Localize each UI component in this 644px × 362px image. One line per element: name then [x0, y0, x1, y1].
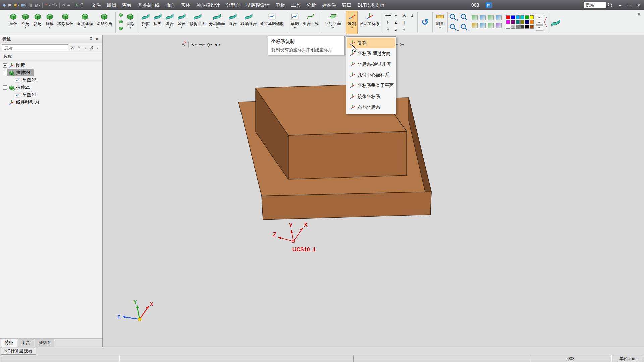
color-swatch[interactable] [530, 20, 534, 24]
menu-item[interactable]: 基准&曲线 [135, 0, 162, 10]
tree-expander[interactable]: - [3, 85, 7, 90]
menu-item[interactable]: 窗口 [339, 0, 355, 10]
tree-item[interactable]: 图素 [7, 62, 29, 69]
ribbon-button-拉伸[interactable]: 拉伸 [8, 11, 19, 34]
color-swatch[interactable] [511, 25, 515, 29]
menu-item[interactable]: 分析 [304, 0, 319, 10]
annotation-tool-button[interactable]: ⌖ [400, 26, 408, 33]
ribbon-button-分割曲面[interactable]: 分割曲面▾ [208, 11, 226, 34]
annotation-tool-button[interactable]: ± [409, 12, 416, 19]
open-file-button[interactable]: ▣▾ [13, 2, 20, 8]
display-tool-button[interactable] [472, 23, 478, 28]
tree-row[interactable]: -✓拉伸24 [0, 69, 102, 76]
tree-item[interactable]: 草图23 [13, 77, 40, 83]
pen-tool-button[interactable]: ╱ [544, 17, 547, 22]
tree-item[interactable]: ✓拉伸25 [7, 84, 34, 91]
tree-expander[interactable]: + [3, 63, 7, 68]
display-tool-button[interactable] [472, 15, 478, 20]
color-swatch[interactable] [530, 15, 534, 19]
ribbon-button-调整圆角[interactable]: 调整圆角 [95, 11, 114, 34]
polygon-select-button[interactable]: ◇▾ [206, 41, 213, 48]
ribbon-button-拔模[interactable]: 拔模▾ [44, 11, 55, 34]
color-swatch[interactable] [525, 15, 529, 19]
base-front-face[interactable] [262, 192, 431, 220]
menu-item[interactable]: 分型面 [223, 0, 243, 10]
annotation-tool-button[interactable]: ⌀ [392, 26, 400, 33]
display-tool-button[interactable] [480, 23, 486, 28]
layer-list-button[interactable]: ≡ [536, 14, 543, 19]
search-icon[interactable] [607, 2, 613, 8]
dropdown-item[interactable]: 坐标系垂直于平面 [347, 80, 395, 91]
ribbon-button-移除延伸[interactable]: 移除延伸 [56, 11, 75, 34]
ribbon-button-圆角[interactable]: 圆角▾ [20, 11, 31, 34]
color-swatch[interactable] [516, 25, 520, 29]
display-tool-button[interactable] [496, 23, 502, 28]
panel-tab-M视图[interactable]: M视图 [35, 339, 54, 347]
color-swatch[interactable] [516, 15, 520, 19]
document-status-icon[interactable]: ▤ [486, 2, 492, 8]
undo-button[interactable]: ↶▾ [44, 2, 51, 8]
menu-item[interactable]: 文件 [88, 0, 104, 10]
zoom-in-button[interactable]: + [449, 13, 458, 22]
save-button[interactable]: ▦▾ [20, 2, 27, 8]
ribbon-button-边界[interactable]: 边界 [152, 11, 163, 34]
search-input[interactable] [584, 2, 606, 8]
dropdown-item[interactable]: 镜像坐标系 [347, 91, 395, 102]
save-all-button[interactable]: ▥ [28, 2, 33, 8]
annotation-tool-button[interactable]: ⊦ [384, 19, 392, 26]
ribbon-button-缝合[interactable]: 缝合 [227, 11, 238, 34]
menu-item[interactable]: BLT技术支持 [355, 0, 388, 10]
zoom-out-button[interactable]: − [449, 23, 458, 32]
ribbon-button-混合[interactable]: 混合▾ [164, 11, 175, 34]
display-tool-button[interactable] [488, 23, 494, 28]
tree-filter-button[interactable]: ↓ [83, 45, 89, 51]
pan-button[interactable]: ◦ [460, 23, 469, 32]
pin-icon[interactable]: ↧ [88, 37, 94, 41]
viewport[interactable]: X Y Z UCS10_1 X Y Z ↖✕↖▾▭▾ [103, 35, 644, 347]
menu-item[interactable]: 冲压模设计 [194, 0, 223, 10]
app-logo-button[interactable]: ◆ [2, 2, 6, 8]
zoom-window-button[interactable] [460, 13, 469, 22]
color-swatch[interactable] [525, 20, 529, 24]
close-button[interactable]: ✕ [634, 0, 643, 10]
mini-tool-button[interactable] [117, 18, 124, 24]
annotation-tool-button[interactable]: ⟷ [384, 12, 392, 19]
menu-item[interactable]: 编辑 [104, 0, 119, 10]
tree-item[interactable]: ✓拉伸24 [7, 69, 34, 76]
tree-row[interactable]: 草图23 [0, 76, 102, 84]
clear-selection-button[interactable]: ↖✕ [181, 41, 186, 48]
tree-row[interactable]: 线性移动34 [0, 99, 102, 106]
ribbon-close-icon[interactable]: ✕ [636, 11, 642, 17]
library-button[interactable] [550, 16, 562, 28]
tree-row[interactable]: -✓拉伸25 [0, 84, 102, 91]
mini-tool-button[interactable] [117, 12, 124, 18]
layer-list-button[interactable]: ≡ [536, 25, 543, 31]
display-tool-button[interactable] [496, 15, 502, 20]
dropdown-item[interactable]: 坐标系-通过方向 [347, 48, 395, 59]
panel-tab-集合[interactable]: 集合 [18, 339, 34, 347]
tree-item[interactable]: 线性移动34 [7, 99, 43, 106]
nc-monitor-button[interactable]: NC计算监视器 [1, 348, 36, 355]
color-swatch[interactable] [530, 25, 534, 29]
panel-tab-特征[interactable]: 特征 [1, 339, 17, 347]
menu-item[interactable]: 工具 [288, 0, 304, 10]
ribbon-button-扫掠[interactable]: 扫掠▾ [140, 11, 151, 34]
menu-item[interactable]: 曲面 [163, 0, 178, 10]
ribbon-button-组合曲线[interactable]: 组合曲线 [301, 11, 320, 34]
annotation-tool-button[interactable]: ∥ [400, 19, 408, 26]
ribbon-button-延伸[interactable]: 延伸▾ [176, 11, 187, 34]
color-swatch[interactable] [516, 20, 520, 24]
dropdown-item[interactable]: 几何中心坐标系 [347, 70, 395, 80]
color-swatch[interactable] [506, 20, 510, 24]
color-swatch[interactable] [520, 20, 524, 24]
maximize-button[interactable]: ▭ [625, 0, 634, 10]
color-swatch[interactable] [520, 15, 524, 19]
annotation-tool-button[interactable]: A [400, 12, 408, 19]
boss-front-face[interactable] [288, 131, 407, 179]
display-tool-button[interactable] [480, 15, 486, 20]
menu-item[interactable]: 电极 [273, 0, 288, 10]
tree-expander[interactable]: - [3, 71, 7, 75]
ribbon-button-直接建模[interactable]: 直接建模▾ [75, 11, 94, 34]
copy-button[interactable]: ▱ [61, 2, 66, 8]
refresh-button[interactable]: ↻ [75, 2, 79, 8]
